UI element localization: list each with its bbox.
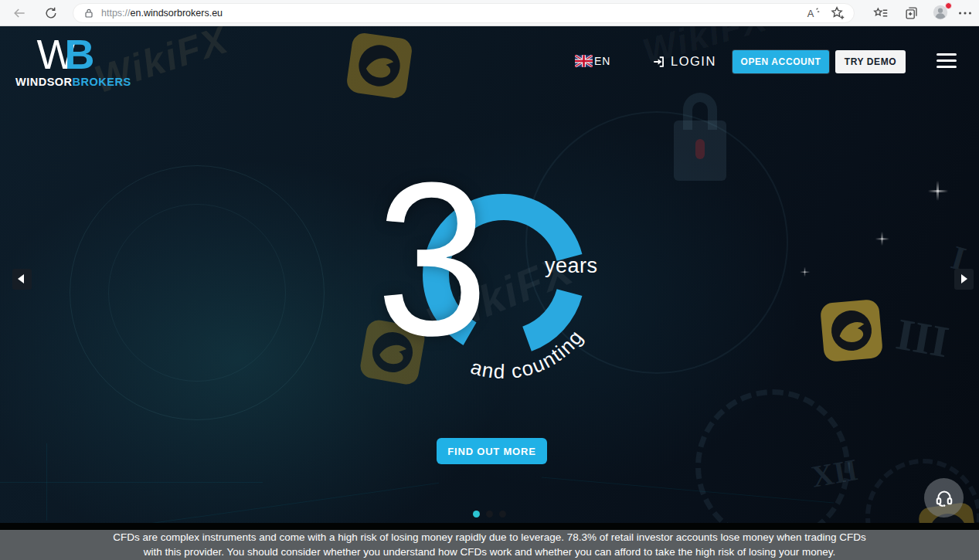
try-demo-button[interactable]: TRY DEMO (835, 50, 906, 73)
right-arrow-icon (961, 274, 967, 283)
read-aloud-icon[interactable]: A (804, 5, 821, 22)
globe-ring-inner (108, 204, 286, 382)
url-host: en.windsorbrokers.eu (131, 8, 223, 19)
browser-menu-icon[interactable] (957, 5, 974, 22)
risk-disclaimer: CFDs are complex instruments and come wi… (0, 530, 979, 560)
padlock-icon (674, 120, 726, 181)
browser-toolbar: https://en.windsorbrokers.eu A (0, 0, 979, 26)
sparkle (804, 267, 806, 277)
gear-icon (695, 389, 850, 544)
sparkle (881, 232, 882, 246)
browser-back-icon[interactable] (12, 5, 27, 21)
hero-slide: III XII I WikiFX WikiFX WikiFX WB WINDSO… (0, 26, 979, 560)
browser-refresh-icon[interactable] (43, 5, 59, 21)
headset-icon (933, 487, 955, 509)
hamburger-menu-icon[interactable] (937, 53, 957, 68)
site-header: WB WINDSORBROKERS EN LOGIN OPEN ACCOUNT … (0, 26, 979, 111)
carousel-prev-button[interactable] (12, 269, 32, 290)
support-chat-button[interactable] (924, 478, 964, 518)
language-selector[interactable]: EN (575, 55, 610, 67)
circuit-line (46, 443, 47, 521)
logo-mark: WB (15, 34, 116, 74)
divider (0, 523, 979, 530)
risk-disclaimer-line1: CFDs are complex instruments and come wi… (0, 531, 979, 545)
favorite-add-star-icon[interactable] (829, 5, 846, 22)
lock-icon (83, 7, 95, 19)
favorites-bar-icon[interactable] (872, 5, 889, 22)
carousel-dot-2[interactable] (486, 511, 493, 518)
circuit-line (117, 483, 439, 528)
clock-numeral: XII (808, 451, 860, 495)
uk-flag-icon (575, 55, 593, 67)
login-link[interactable]: LOGIN (652, 54, 716, 69)
open-account-button[interactable]: OPEN ACCOUNT (733, 50, 829, 73)
language-label: EN (594, 55, 610, 67)
carousel-dots (0, 511, 979, 518)
globe-ring (70, 165, 325, 420)
carousel-dot-3[interactable] (499, 511, 506, 518)
svg-text:A: A (807, 8, 814, 19)
carousel-next-button[interactable] (954, 269, 974, 290)
padlock-keyhole (695, 139, 705, 159)
url-text: https://en.windsorbrokers.eu (101, 8, 223, 19)
risk-disclaimer-line2: with this provider. You should consider … (0, 545, 979, 560)
circuit-line (542, 477, 835, 503)
clock-numeral: III (892, 308, 953, 368)
left-arrow-icon (18, 274, 24, 283)
and-counting-label: and counting (402, 258, 634, 405)
notification-dot (945, 2, 952, 9)
login-icon (652, 55, 666, 69)
find-out-more-button[interactable]: FIND OUT MORE (437, 438, 547, 464)
svg-text:and counting: and counting (468, 325, 588, 383)
sparkle (937, 181, 939, 201)
login-label: LOGIN (671, 54, 716, 69)
url-scheme: https:// (101, 8, 131, 19)
windsor-brokers-logo[interactable]: WB WINDSORBROKERS (15, 34, 116, 88)
profile-avatar[interactable] (932, 4, 950, 22)
address-bar[interactable]: https://en.windsorbrokers.eu A (73, 3, 855, 23)
watermark-eagle-icon (818, 297, 886, 365)
carousel-dot-1[interactable] (473, 511, 480, 518)
screen: https://en.windsorbrokers.eu A (0, 0, 979, 560)
logo-text: WINDSORBROKERS (15, 76, 116, 88)
circuit-line (0, 482, 263, 483)
collections-icon[interactable] (903, 5, 920, 22)
